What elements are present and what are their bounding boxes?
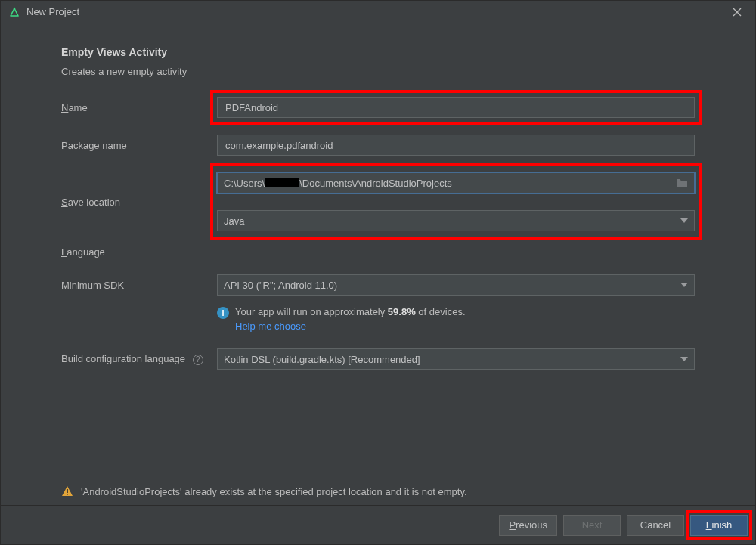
chevron-down-icon xyxy=(680,357,688,361)
save-location-field[interactable]: C:\Users\\Documents\AndroidStudioProject… xyxy=(217,172,695,194)
help-me-choose-link[interactable]: Help me choose xyxy=(235,320,466,332)
chevron-down-icon xyxy=(680,283,688,287)
name-input[interactable] xyxy=(224,101,688,114)
close-icon xyxy=(733,8,742,17)
label-save-location: Save location xyxy=(61,197,212,208)
package-field[interactable] xyxy=(217,135,695,156)
highlight-name xyxy=(210,90,702,125)
next-button: Next xyxy=(563,515,621,536)
save-location-value: C:\Users\\Documents\AndroidStudioProject… xyxy=(224,178,452,189)
sdk-info: i Your app will run on approximately 59.… xyxy=(217,306,695,332)
label-build-config-language: Build configuration language ? xyxy=(61,353,212,365)
svg-rect-2 xyxy=(67,494,68,495)
label-name: Name xyxy=(61,102,212,113)
previous-button[interactable]: Previous xyxy=(499,515,557,536)
label-minimum-sdk: Minimum SDK xyxy=(61,280,212,291)
redacted-username xyxy=(265,178,299,187)
svg-rect-1 xyxy=(67,489,68,493)
titlebar: New Project xyxy=(1,1,755,23)
highlight-finish: Finish xyxy=(686,510,752,540)
minimum-sdk-select[interactable]: API 30 ("R"; Android 11.0) xyxy=(217,274,695,296)
new-project-dialog: New Project Empty Views Activity Creates… xyxy=(0,0,756,545)
browse-folder-icon[interactable] xyxy=(676,178,688,188)
dialog-footer: Previous Next Cancel Finish xyxy=(1,505,755,544)
info-icon: i xyxy=(217,307,229,319)
highlight-save-language: C:\Users\\Documents\AndroidStudioProject… xyxy=(210,163,702,240)
build-config-language-value: Kotlin DSL (build.gradle.kts) [Recommend… xyxy=(224,354,420,365)
warning-text: 'AndroidStudioProjects' already exists a… xyxy=(81,486,467,497)
dialog-content: Empty Views Activity Creates a new empty… xyxy=(1,23,755,478)
section-title: Empty Views Activity xyxy=(61,46,695,58)
window-title: New Project xyxy=(26,6,79,17)
warning-bar: 'AndroidStudioProjects' already exists a… xyxy=(1,478,755,505)
android-studio-icon xyxy=(8,6,20,18)
cancel-button[interactable]: Cancel xyxy=(627,515,684,536)
package-input[interactable] xyxy=(224,139,688,152)
project-form: Name Package name Save location C:\Users… xyxy=(61,97,695,370)
label-package: Package name xyxy=(61,140,212,151)
help-icon[interactable]: ? xyxy=(193,355,203,365)
sdk-info-text: Your app will run on approximately 59.8%… xyxy=(235,306,466,317)
warning-icon xyxy=(61,485,73,497)
build-config-language-select[interactable]: Kotlin DSL (build.gradle.kts) [Recommend… xyxy=(217,348,695,370)
finish-button[interactable]: Finish xyxy=(690,515,748,536)
language-select[interactable]: Java xyxy=(217,210,695,231)
language-value: Java xyxy=(224,215,244,227)
chevron-down-icon xyxy=(680,218,688,223)
section-subtitle: Creates a new empty activity xyxy=(61,66,695,77)
svg-point-0 xyxy=(14,7,16,9)
minimum-sdk-value: API 30 ("R"; Android 11.0) xyxy=(224,280,337,291)
name-field[interactable] xyxy=(217,97,695,118)
label-language: Language xyxy=(61,246,212,258)
close-button[interactable] xyxy=(727,4,748,20)
